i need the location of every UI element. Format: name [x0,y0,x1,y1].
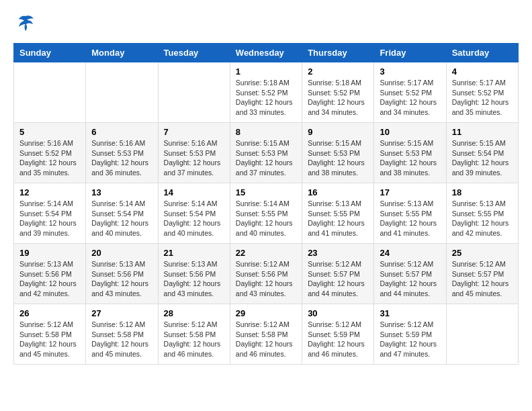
day-info: Sunrise: 5:17 AMSunset: 5:52 PMDaylight:… [452,78,513,118]
page-header [13,13,519,36]
day-number: 6 [91,127,152,137]
day-number: 5 [19,127,80,137]
calendar-cell: 11Sunrise: 5:15 AMSunset: 5:54 PMDayligh… [446,123,518,183]
calendar-week-5: 26Sunrise: 5:12 AMSunset: 5:58 PMDayligh… [14,304,519,365]
calendar-cell: 21Sunrise: 5:13 AMSunset: 5:56 PMDayligh… [158,244,230,304]
day-info: Sunrise: 5:15 AMSunset: 5:53 PMDaylight:… [380,138,440,178]
day-info: Sunrise: 5:12 AMSunset: 5:58 PMDaylight:… [19,320,80,359]
calendar-cell: 4Sunrise: 5:17 AMSunset: 5:52 PMDaylight… [446,62,518,123]
day-info: Sunrise: 5:12 AMSunset: 5:56 PMDaylight:… [236,259,296,299]
calendar-cell: 18Sunrise: 5:13 AMSunset: 5:55 PMDayligh… [446,183,518,244]
calendar-cell: 7Sunrise: 5:16 AMSunset: 5:53 PMDaylight… [158,123,230,183]
calendar-table: SundayMondayTuesdayWednesdayThursdayFrid… [13,43,519,365]
calendar-cell: 25Sunrise: 5:12 AMSunset: 5:57 PMDayligh… [446,244,518,304]
day-number: 4 [452,66,513,77]
day-info: Sunrise: 5:12 AMSunset: 5:58 PMDaylight:… [91,320,152,359]
calendar-header-thursday: Thursday [302,44,374,62]
calendar-cell [158,62,230,123]
day-number: 14 [164,187,224,197]
day-info: Sunrise: 5:16 AMSunset: 5:53 PMDaylight:… [91,138,152,178]
day-info: Sunrise: 5:15 AMSunset: 5:53 PMDaylight:… [236,138,296,178]
calendar-cell: 8Sunrise: 5:15 AMSunset: 5:53 PMDaylight… [230,123,302,183]
day-info: Sunrise: 5:15 AMSunset: 5:53 PMDaylight:… [308,138,368,178]
calendar-cell: 14Sunrise: 5:14 AMSunset: 5:54 PMDayligh… [158,183,230,244]
day-info: Sunrise: 5:14 AMSunset: 5:54 PMDaylight:… [91,199,152,238]
day-number: 28 [164,308,224,318]
day-info: Sunrise: 5:14 AMSunset: 5:55 PMDaylight:… [236,199,296,238]
calendar-cell: 23Sunrise: 5:12 AMSunset: 5:57 PMDayligh… [302,244,374,304]
calendar-header-wednesday: Wednesday [230,44,302,62]
day-number: 30 [308,308,368,318]
calendar-cell: 31Sunrise: 5:12 AMSunset: 5:59 PMDayligh… [374,304,446,365]
day-number: 21 [164,248,224,258]
calendar-header-tuesday: Tuesday [158,44,230,62]
day-info: Sunrise: 5:15 AMSunset: 5:54 PMDaylight:… [452,138,513,178]
day-number: 12 [19,187,80,197]
day-number: 16 [308,187,368,197]
calendar-cell: 28Sunrise: 5:12 AMSunset: 5:58 PMDayligh… [158,304,230,365]
day-number: 17 [380,187,440,197]
day-info: Sunrise: 5:13 AMSunset: 5:56 PMDaylight:… [19,259,80,299]
calendar-cell: 24Sunrise: 5:12 AMSunset: 5:57 PMDayligh… [374,244,446,304]
day-number: 24 [380,248,440,258]
logo [13,13,35,36]
calendar-cell: 6Sunrise: 5:16 AMSunset: 5:53 PMDaylight… [86,123,158,183]
day-info: Sunrise: 5:13 AMSunset: 5:56 PMDaylight:… [164,259,224,299]
calendar-header-monday: Monday [86,44,158,62]
calendar-header-saturday: Saturday [446,44,518,62]
calendar-cell: 17Sunrise: 5:13 AMSunset: 5:55 PMDayligh… [374,183,446,244]
day-number: 3 [380,66,440,77]
day-number: 1 [236,66,296,77]
day-info: Sunrise: 5:12 AMSunset: 5:57 PMDaylight:… [452,259,513,299]
day-info: Sunrise: 5:13 AMSunset: 5:56 PMDaylight:… [91,259,152,299]
day-info: Sunrise: 5:12 AMSunset: 5:57 PMDaylight:… [308,259,368,299]
calendar-header-row: SundayMondayTuesdayWednesdayThursdayFrid… [14,44,519,62]
day-info: Sunrise: 5:13 AMSunset: 5:55 PMDaylight:… [308,199,368,238]
calendar-cell: 27Sunrise: 5:12 AMSunset: 5:58 PMDayligh… [86,304,158,365]
day-info: Sunrise: 5:16 AMSunset: 5:53 PMDaylight:… [164,138,224,178]
day-number: 31 [380,308,440,318]
day-info: Sunrise: 5:12 AMSunset: 5:59 PMDaylight:… [380,320,440,359]
calendar-cell: 3Sunrise: 5:17 AMSunset: 5:52 PMDaylight… [374,62,446,123]
day-number: 8 [236,127,296,137]
day-number: 7 [164,127,224,137]
day-number: 18 [452,187,513,197]
calendar-cell: 5Sunrise: 5:16 AMSunset: 5:52 PMDaylight… [14,123,86,183]
calendar-cell: 15Sunrise: 5:14 AMSunset: 5:55 PMDayligh… [230,183,302,244]
day-info: Sunrise: 5:12 AMSunset: 5:57 PMDaylight:… [380,259,440,299]
day-number: 11 [452,127,513,137]
calendar-cell: 22Sunrise: 5:12 AMSunset: 5:56 PMDayligh… [230,244,302,304]
calendar-week-1: 1Sunrise: 5:18 AMSunset: 5:52 PMDaylight… [14,62,519,123]
day-number: 22 [236,248,296,258]
calendar-week-2: 5Sunrise: 5:16 AMSunset: 5:52 PMDaylight… [14,123,519,183]
calendar-cell: 13Sunrise: 5:14 AMSunset: 5:54 PMDayligh… [86,183,158,244]
day-number: 27 [91,308,152,318]
calendar-week-4: 19Sunrise: 5:13 AMSunset: 5:56 PMDayligh… [14,244,519,304]
calendar-cell: 9Sunrise: 5:15 AMSunset: 5:53 PMDaylight… [302,123,374,183]
day-info: Sunrise: 5:18 AMSunset: 5:52 PMDaylight:… [236,78,296,118]
day-number: 2 [308,66,368,77]
day-number: 9 [308,127,368,137]
calendar-cell [446,304,518,365]
day-number: 25 [452,248,513,258]
calendar-cell: 1Sunrise: 5:18 AMSunset: 5:52 PMDaylight… [230,62,302,123]
day-number: 10 [380,127,440,137]
day-number: 20 [91,248,152,258]
day-info: Sunrise: 5:14 AMSunset: 5:54 PMDaylight:… [19,199,80,238]
calendar-cell [86,62,158,123]
day-info: Sunrise: 5:12 AMSunset: 5:59 PMDaylight:… [308,320,368,359]
calendar-week-3: 12Sunrise: 5:14 AMSunset: 5:54 PMDayligh… [14,183,519,244]
day-info: Sunrise: 5:12 AMSunset: 5:58 PMDaylight:… [164,320,224,359]
logo-bird-icon [16,13,35,36]
calendar-header-sunday: Sunday [14,44,86,62]
calendar-cell: 12Sunrise: 5:14 AMSunset: 5:54 PMDayligh… [14,183,86,244]
day-number: 19 [19,248,80,258]
day-info: Sunrise: 5:16 AMSunset: 5:52 PMDaylight:… [19,138,80,178]
day-info: Sunrise: 5:17 AMSunset: 5:52 PMDaylight:… [380,78,440,118]
day-info: Sunrise: 5:12 AMSunset: 5:58 PMDaylight:… [236,320,296,359]
calendar-header-friday: Friday [374,44,446,62]
calendar-cell: 2Sunrise: 5:18 AMSunset: 5:52 PMDaylight… [302,62,374,123]
day-info: Sunrise: 5:14 AMSunset: 5:54 PMDaylight:… [164,199,224,238]
calendar-cell: 16Sunrise: 5:13 AMSunset: 5:55 PMDayligh… [302,183,374,244]
day-info: Sunrise: 5:18 AMSunset: 5:52 PMDaylight:… [308,78,368,118]
